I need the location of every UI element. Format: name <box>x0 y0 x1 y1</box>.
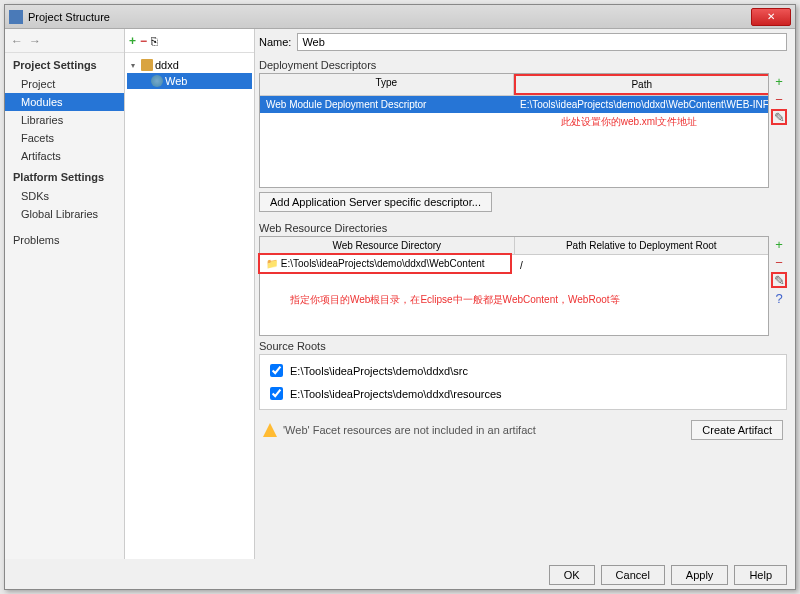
back-icon[interactable]: ← <box>11 34 23 48</box>
main-panel: Name: Deployment Descriptors Type Path W… <box>255 29 795 559</box>
ok-button[interactable]: OK <box>549 565 595 585</box>
help-icon[interactable]: ? <box>771 290 787 306</box>
source-root-item[interactable]: E:\Tools\ideaProjects\demo\ddxd\resource… <box>264 382 782 405</box>
sidebar-item-modules[interactable]: Modules <box>5 93 124 111</box>
sidebar-item-libraries[interactable]: Libraries <box>5 111 124 129</box>
source-root-checkbox[interactable] <box>270 387 283 400</box>
resource-heading: Web Resource Directories <box>259 222 787 234</box>
deployment-heading: Deployment Descriptors <box>259 59 787 71</box>
remove-descriptor-icon[interactable]: − <box>771 91 787 107</box>
resource-side-buttons: + − ✎ ? <box>771 236 787 336</box>
tree-node-root[interactable]: ▾ ddxd <box>127 57 252 73</box>
name-label: Name: <box>259 36 291 48</box>
cell-type: Web Module Deployment Descriptor <box>260 96 514 113</box>
sidebar-item-global-libraries[interactable]: Global Libraries <box>5 205 124 223</box>
deployment-row[interactable]: Web Module Deployment Descriptor E:\Tool… <box>260 96 768 113</box>
warning-icon <box>263 423 277 437</box>
source-roots-heading: Source Roots <box>259 340 787 352</box>
create-artifact-button[interactable]: Create Artifact <box>691 420 783 440</box>
cell-resource-dir: 📁 E:\Tools\ideaProjects\demo\ddxd\WebCon… <box>260 255 510 272</box>
tree-node-web[interactable]: Web <box>127 73 252 89</box>
apply-button[interactable]: Apply <box>671 565 729 585</box>
deployment-side-buttons: + − ✎ <box>771 73 787 188</box>
add-server-descriptor-button[interactable]: Add Application Server specific descript… <box>259 192 492 212</box>
resource-row[interactable]: 📁 E:\Tools\ideaProjects\demo\ddxd\WebCon… <box>258 253 512 274</box>
module-tree: ▾ ddxd Web <box>125 53 254 93</box>
col-relative-path: Path Relative to Deployment Root <box>515 237 769 254</box>
sidebar-item-problems[interactable]: Problems <box>5 231 124 249</box>
forward-icon[interactable]: → <box>29 34 41 48</box>
col-type: Type <box>260 74 514 95</box>
add-icon[interactable]: + <box>129 34 136 48</box>
col-resource-dir: Web Resource Directory <box>260 237 515 254</box>
source-root-checkbox[interactable] <box>270 364 283 377</box>
section-project-settings: Project Settings <box>5 53 124 75</box>
copy-icon[interactable]: ⎘ <box>151 35 158 47</box>
name-row: Name: <box>259 33 787 51</box>
sidebar-toolbar: ← → <box>5 29 124 53</box>
close-button[interactable]: ✕ <box>751 8 791 26</box>
globe-icon <box>151 75 163 87</box>
source-root-item[interactable]: E:\Tools\ideaProjects\demo\ddxd\src <box>264 359 782 382</box>
deployment-annotation: 此处设置你的web.xml文件地址 <box>260 113 768 131</box>
dialog-footer: OK Cancel Apply Help <box>549 565 787 585</box>
expand-icon[interactable]: ▾ <box>131 61 139 70</box>
cell-relative: / <box>514 257 795 274</box>
section-platform-settings: Platform Settings <box>5 165 124 187</box>
sidebar-item-facets[interactable]: Facets <box>5 129 124 147</box>
module-tree-panel: + − ⎘ ▾ ddxd Web <box>125 29 255 559</box>
tree-toolbar: + − ⎘ <box>125 29 254 53</box>
add-descriptor-icon[interactable]: + <box>771 73 787 89</box>
titlebar: Project Structure ✕ <box>5 5 795 29</box>
source-root-path: E:\Tools\ideaProjects\demo\ddxd\src <box>290 365 468 377</box>
resource-annotation: 指定你项目的Web根目录，在Eclipse中一般都是WebContent，Web… <box>260 291 768 309</box>
resource-table: Web Resource Directory Path Relative to … <box>259 236 769 336</box>
edit-descriptor-icon[interactable]: ✎ <box>771 109 787 125</box>
sidebar-item-artifacts[interactable]: Artifacts <box>5 147 124 165</box>
help-button[interactable]: Help <box>734 565 787 585</box>
col-path: Path <box>514 74 769 95</box>
tree-root-label: ddxd <box>155 59 179 71</box>
warning-row: 'Web' Facet resources are not included i… <box>259 416 787 444</box>
add-resource-icon[interactable]: + <box>771 236 787 252</box>
warning-text: 'Web' Facet resources are not included i… <box>283 424 685 436</box>
settings-sidebar: ← → Project Settings Project Modules Lib… <box>5 29 125 559</box>
cell-path: E:\Tools\ideaProjects\demo\ddxd\WebConte… <box>514 96 768 113</box>
deployment-table: Type Path Web Module Deployment Descript… <box>259 73 769 188</box>
sidebar-item-sdks[interactable]: SDKs <box>5 187 124 205</box>
cancel-button[interactable]: Cancel <box>601 565 665 585</box>
name-input[interactable] <box>297 33 787 51</box>
edit-resource-icon[interactable]: ✎ <box>771 272 787 288</box>
folder-icon <box>141 59 153 71</box>
tree-child-label: Web <box>165 75 187 87</box>
window-title: Project Structure <box>28 11 751 23</box>
source-roots-list: E:\Tools\ideaProjects\demo\ddxd\src E:\T… <box>259 354 787 410</box>
sidebar-item-project[interactable]: Project <box>5 75 124 93</box>
project-structure-window: Project Structure ✕ ← → Project Settings… <box>4 4 796 590</box>
app-icon <box>9 10 23 24</box>
remove-icon[interactable]: − <box>140 34 147 48</box>
source-root-path: E:\Tools\ideaProjects\demo\ddxd\resource… <box>290 388 502 400</box>
